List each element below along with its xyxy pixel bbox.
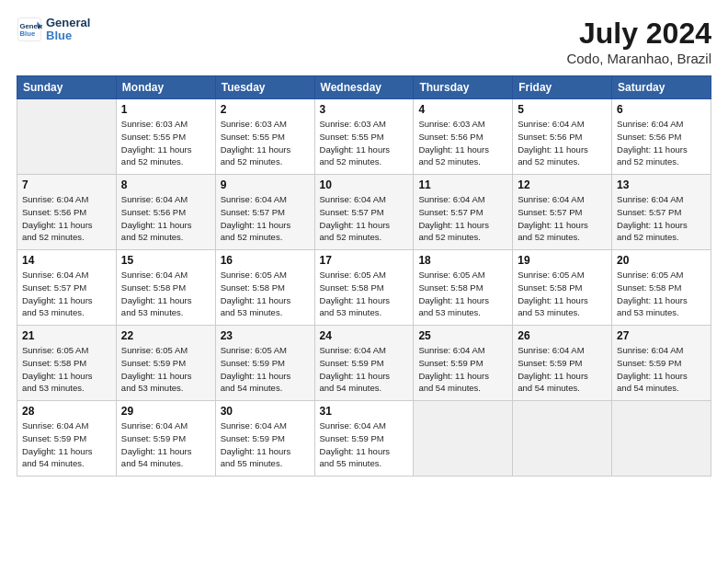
calendar-cell: 26Sunrise: 6:04 AM Sunset: 5:59 PM Dayli… bbox=[513, 326, 612, 401]
calendar-cell: 5Sunrise: 6:04 AM Sunset: 5:56 PM Daylig… bbox=[513, 99, 612, 175]
calendar-cell: 2Sunrise: 6:03 AM Sunset: 5:55 PM Daylig… bbox=[215, 99, 314, 175]
day-number: 14 bbox=[22, 254, 111, 267]
day-details: Sunrise: 6:04 AM Sunset: 5:57 PM Dayligh… bbox=[617, 193, 706, 244]
calendar-cell: 25Sunrise: 6:04 AM Sunset: 5:59 PM Dayli… bbox=[414, 326, 513, 401]
day-number: 5 bbox=[518, 103, 607, 116]
day-number: 24 bbox=[320, 329, 409, 342]
day-details: Sunrise: 6:04 AM Sunset: 5:57 PM Dayligh… bbox=[22, 269, 111, 319]
day-details: Sunrise: 6:04 AM Sunset: 5:59 PM Dayligh… bbox=[320, 344, 409, 395]
day-details: Sunrise: 6:05 AM Sunset: 5:58 PM Dayligh… bbox=[518, 269, 607, 319]
day-details: Sunrise: 6:04 AM Sunset: 5:59 PM Dayligh… bbox=[22, 419, 111, 470]
day-details: Sunrise: 6:04 AM Sunset: 5:58 PM Dayligh… bbox=[121, 269, 210, 319]
day-details: Sunrise: 6:04 AM Sunset: 5:56 PM Dayligh… bbox=[617, 118, 706, 168]
calendar-week: 21Sunrise: 6:05 AM Sunset: 5:58 PM Dayli… bbox=[17, 326, 711, 401]
calendar-cell: 1Sunrise: 6:03 AM Sunset: 5:55 PM Daylig… bbox=[116, 99, 215, 175]
calendar-cell: 31Sunrise: 6:04 AM Sunset: 5:59 PM Dayli… bbox=[314, 401, 414, 477]
calendar-cell: 20Sunrise: 6:05 AM Sunset: 5:58 PM Dayli… bbox=[612, 250, 711, 326]
calendar-cell: 6Sunrise: 6:04 AM Sunset: 5:56 PM Daylig… bbox=[612, 99, 711, 175]
day-details: Sunrise: 6:04 AM Sunset: 5:57 PM Dayligh… bbox=[418, 193, 507, 244]
day-details: Sunrise: 6:03 AM Sunset: 5:56 PM Dayligh… bbox=[418, 118, 507, 168]
svg-text:Blue: Blue bbox=[20, 29, 36, 38]
day-number: 31 bbox=[320, 405, 409, 418]
calendar-cell: 27Sunrise: 6:04 AM Sunset: 5:59 PM Dayli… bbox=[612, 326, 711, 401]
calendar-cell: 3Sunrise: 6:03 AM Sunset: 5:55 PM Daylig… bbox=[314, 99, 414, 175]
day-details: Sunrise: 6:04 AM Sunset: 5:56 PM Dayligh… bbox=[22, 193, 111, 244]
day-details: Sunrise: 6:04 AM Sunset: 5:59 PM Dayligh… bbox=[221, 419, 310, 470]
day-number: 28 bbox=[22, 405, 111, 418]
location: Codo, Maranhao, Brazil bbox=[566, 51, 711, 66]
calendar-cell: 24Sunrise: 6:04 AM Sunset: 5:59 PM Dayli… bbox=[314, 326, 414, 401]
calendar-cell bbox=[414, 401, 513, 477]
calendar-header: SundayMondayTuesdayWednesdayThursdayFrid… bbox=[17, 76, 711, 99]
day-number: 13 bbox=[617, 178, 706, 191]
calendar-cell: 29Sunrise: 6:04 AM Sunset: 5:59 PM Dayli… bbox=[116, 401, 215, 477]
day-details: Sunrise: 6:05 AM Sunset: 5:58 PM Dayligh… bbox=[320, 269, 409, 319]
calendar-cell: 13Sunrise: 6:04 AM Sunset: 5:57 PM Dayli… bbox=[612, 175, 711, 250]
calendar-week: 28Sunrise: 6:04 AM Sunset: 5:59 PM Dayli… bbox=[17, 401, 711, 477]
day-details: Sunrise: 6:04 AM Sunset: 5:56 PM Dayligh… bbox=[121, 193, 210, 244]
header-row: SundayMondayTuesdayWednesdayThursdayFrid… bbox=[17, 76, 711, 99]
calendar-cell: 18Sunrise: 6:05 AM Sunset: 5:58 PM Dayli… bbox=[414, 250, 513, 326]
calendar-cell: 14Sunrise: 6:04 AM Sunset: 5:57 PM Dayli… bbox=[17, 250, 117, 326]
logo-text: General Blue bbox=[46, 17, 90, 43]
day-number: 30 bbox=[221, 405, 310, 418]
day-number: 10 bbox=[320, 178, 409, 191]
day-details: Sunrise: 6:04 AM Sunset: 5:57 PM Dayligh… bbox=[221, 193, 310, 244]
logo: General Blue General Blue bbox=[17, 17, 90, 43]
day-details: Sunrise: 6:05 AM Sunset: 5:59 PM Dayligh… bbox=[221, 344, 310, 395]
day-number: 18 bbox=[418, 254, 507, 267]
day-details: Sunrise: 6:04 AM Sunset: 5:59 PM Dayligh… bbox=[518, 344, 607, 395]
day-number: 1 bbox=[121, 103, 210, 116]
day-header: Tuesday bbox=[215, 76, 314, 99]
day-details: Sunrise: 6:03 AM Sunset: 5:55 PM Dayligh… bbox=[320, 118, 409, 168]
day-details: Sunrise: 6:05 AM Sunset: 5:58 PM Dayligh… bbox=[22, 344, 111, 395]
day-number: 8 bbox=[121, 178, 210, 191]
calendar-cell bbox=[17, 99, 117, 175]
day-header: Monday bbox=[116, 76, 215, 99]
day-header: Wednesday bbox=[314, 76, 414, 99]
calendar-cell: 28Sunrise: 6:04 AM Sunset: 5:59 PM Dayli… bbox=[17, 401, 117, 477]
day-details: Sunrise: 6:03 AM Sunset: 5:55 PM Dayligh… bbox=[221, 118, 310, 168]
day-number: 12 bbox=[518, 178, 607, 191]
day-number: 25 bbox=[418, 329, 507, 342]
day-header: Thursday bbox=[414, 76, 513, 99]
day-number: 23 bbox=[221, 329, 310, 342]
day-details: Sunrise: 6:04 AM Sunset: 5:57 PM Dayligh… bbox=[518, 193, 607, 244]
calendar-cell: 17Sunrise: 6:05 AM Sunset: 5:58 PM Dayli… bbox=[314, 250, 414, 326]
calendar-cell: 8Sunrise: 6:04 AM Sunset: 5:56 PM Daylig… bbox=[116, 175, 215, 250]
calendar-cell bbox=[513, 401, 612, 477]
calendar-table: SundayMondayTuesdayWednesdayThursdayFrid… bbox=[17, 75, 711, 477]
calendar-cell: 11Sunrise: 6:04 AM Sunset: 5:57 PM Dayli… bbox=[414, 175, 513, 250]
day-header: Saturday bbox=[612, 76, 711, 99]
calendar-cell: 30Sunrise: 6:04 AM Sunset: 5:59 PM Dayli… bbox=[215, 401, 314, 477]
day-number: 7 bbox=[22, 178, 111, 191]
day-number: 2 bbox=[221, 103, 310, 116]
header: General Blue General Blue July 2024 Codo… bbox=[17, 17, 711, 66]
calendar-cell: 22Sunrise: 6:05 AM Sunset: 5:59 PM Dayli… bbox=[116, 326, 215, 401]
calendar-cell: 15Sunrise: 6:04 AM Sunset: 5:58 PM Dayli… bbox=[116, 250, 215, 326]
day-number: 3 bbox=[320, 103, 409, 116]
day-details: Sunrise: 6:05 AM Sunset: 5:58 PM Dayligh… bbox=[418, 269, 507, 319]
day-number: 11 bbox=[418, 178, 507, 191]
day-number: 15 bbox=[121, 254, 210, 267]
calendar-cell: 16Sunrise: 6:05 AM Sunset: 5:58 PM Dayli… bbox=[215, 250, 314, 326]
day-details: Sunrise: 6:04 AM Sunset: 5:59 PM Dayligh… bbox=[617, 344, 706, 395]
logo-line1: General bbox=[46, 17, 90, 29]
day-number: 9 bbox=[221, 178, 310, 191]
calendar-cell: 9Sunrise: 6:04 AM Sunset: 5:57 PM Daylig… bbox=[215, 175, 314, 250]
month-year: July 2024 bbox=[566, 17, 711, 51]
day-number: 29 bbox=[121, 405, 210, 418]
day-number: 21 bbox=[22, 329, 111, 342]
day-details: Sunrise: 6:04 AM Sunset: 5:57 PM Dayligh… bbox=[320, 193, 409, 244]
day-number: 27 bbox=[617, 329, 706, 342]
calendar-cell: 23Sunrise: 6:05 AM Sunset: 5:59 PM Dayli… bbox=[215, 326, 314, 401]
calendar-week: 7Sunrise: 6:04 AM Sunset: 5:56 PM Daylig… bbox=[17, 175, 711, 250]
day-details: Sunrise: 6:04 AM Sunset: 5:56 PM Dayligh… bbox=[518, 118, 607, 168]
day-details: Sunrise: 6:04 AM Sunset: 5:59 PM Dayligh… bbox=[320, 419, 409, 470]
day-details: Sunrise: 6:04 AM Sunset: 5:59 PM Dayligh… bbox=[418, 344, 507, 395]
day-header: Sunday bbox=[17, 76, 117, 99]
day-number: 16 bbox=[221, 254, 310, 267]
day-details: Sunrise: 6:05 AM Sunset: 5:59 PM Dayligh… bbox=[121, 344, 210, 395]
day-details: Sunrise: 6:03 AM Sunset: 5:55 PM Dayligh… bbox=[121, 118, 210, 168]
calendar-cell: 4Sunrise: 6:03 AM Sunset: 5:56 PM Daylig… bbox=[414, 99, 513, 175]
